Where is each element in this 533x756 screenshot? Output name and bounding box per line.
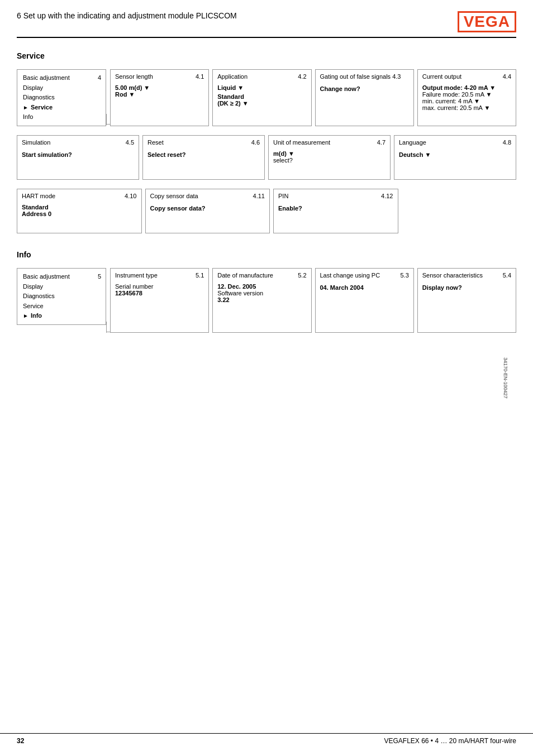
chapter-title: 6 Set up with the indicating and adjustm… — [17, 11, 237, 20]
box-5-2-label: Date of manufacture — [217, 272, 273, 279]
info-nav-info: ►Info — [23, 311, 100, 321]
info-nav-label-info: Info — [31, 311, 42, 321]
info-nav-number: 5 — [98, 272, 101, 282]
nav-item-service: ►Service — [23, 103, 100, 113]
product-name: VEGAFLEX 66 • 4 … 20 mA/HART four-wire — [384, 737, 516, 745]
service-row2-inner: Simulation 4.5 Start simulation? Reset 4… — [17, 135, 516, 180]
box-5-4: Sensor characteristics 5.4 Display now? — [417, 268, 516, 333]
box-4-5: Simulation 4.5 Start simulation? — [17, 135, 139, 180]
box-4-1-line1: 5.00 m(d) ▼ — [115, 84, 204, 91]
box-5-1-line2: 12345678 — [115, 290, 204, 296]
box-4-3-line1: Change now? — [320, 85, 409, 92]
service-nav-menu: 4 Basic adjustment Display Diagnostics ►… — [17, 69, 106, 126]
nav-item-info: Info — [23, 112, 100, 122]
nav-item-diagnostics: Diagnostics — [23, 93, 100, 103]
box-4-11-label: Copy sensor data — [150, 193, 198, 199]
box-5-2-line3: 3.22 — [217, 296, 306, 303]
box-4-12-number: 4.12 — [381, 193, 393, 199]
box-5-1: Instrument type 5.1 Serial number 123456… — [110, 268, 209, 333]
info-nav-label-display: Display — [23, 282, 43, 292]
box-4-12-content: Enable? — [278, 205, 393, 212]
box-5-3-line1: 04. March 2004 — [320, 284, 409, 291]
page-number: 32 — [17, 737, 24, 745]
box-4-11-number: 4.11 — [253, 193, 265, 199]
box-4-8-label: Language — [399, 139, 426, 146]
box-4-4-line2: Failure mode: 20.5 mA ▼ — [422, 91, 511, 98]
box-5-4-content: Display now? — [422, 284, 511, 291]
box-4-1-label: Sensor length — [115, 73, 153, 80]
box-4-8-content: Deutsch ▼ — [399, 151, 511, 158]
info-nav-label-diagnostics: Diagnostics — [23, 291, 55, 302]
box-5-3-number: 5.3 — [400, 272, 408, 279]
box-4-4-number: 4.4 — [503, 73, 511, 80]
box-4-7-line2: select? — [273, 157, 386, 164]
box-4-7-number: 4.7 — [377, 139, 386, 146]
box-4-10-number: 4.10 — [125, 193, 136, 199]
box-4-5-line1: Start simulation? — [22, 151, 134, 158]
info-nav-container: 5 Basic adjustment Display Diagnostics S… — [17, 268, 110, 333]
service-nav-container: 4 Basic adjustment Display Diagnostics ►… — [17, 69, 110, 126]
vega-logo: VEGA — [458, 11, 516, 32]
box-4-4: Current output 4.4 Output mode: 4-20 mA … — [417, 69, 516, 126]
box-4-2-number: 4.2 — [298, 73, 306, 80]
info-nav-label-service: Service — [23, 302, 44, 312]
box-5-2-number: 5.2 — [298, 272, 306, 279]
box-5-2-line2: Software version — [217, 290, 306, 296]
nav-item-display: Display — [23, 83, 100, 93]
box-4-5-label: Simulation — [22, 139, 50, 146]
box-4-12: PIN 4.12 Enable? — [273, 189, 398, 233]
box-4-11: Copy sensor data 4.11 Copy sensor data? — [145, 189, 270, 233]
box-4-10: HART mode 4.10 Standard Address 0 — [17, 189, 142, 233]
box-4-7-label: Unit of measurement — [273, 139, 330, 146]
box-4-10-label: HART mode — [22, 193, 55, 199]
box-4-6-number: 4.6 — [251, 139, 260, 146]
box-4-2-label: Application — [217, 73, 248, 80]
box-4-4-line3: min. current: 4 mA ▼ — [422, 98, 511, 104]
box-5-3-content: 04. March 2004 — [320, 284, 409, 291]
box-4-7-line1: m(d) ▼ — [273, 150, 386, 157]
page-header: 6 Set up with the indicating and adjustm… — [17, 11, 516, 38]
box-5-4-line1: Display now? — [422, 284, 511, 291]
page-footer: 32 VEGAFLEX 66 • 4 … 20 mA/HART four-wir… — [0, 733, 533, 745]
box-4-12-label: PIN — [278, 193, 288, 199]
box-4-6-line1: Select reset? — [147, 151, 260, 158]
info-nav-service: Service — [23, 302, 100, 312]
box-4-4-line1: Output mode: 4-20 mA ▼ — [422, 84, 511, 91]
nav-item-basic: Basic adjustment — [23, 73, 100, 83]
box-4-1-number: 4.1 — [196, 73, 204, 80]
document-code: 34170-EN-100427 — [503, 357, 508, 399]
box-4-4-label: Current output — [422, 73, 461, 80]
box-5-1-label: Instrument type — [115, 272, 158, 279]
nav-label-display: Display — [23, 83, 43, 93]
box-5-3-label: Last change using PC — [320, 272, 380, 279]
box-4-6-label: Reset — [147, 139, 164, 146]
box-4-12-line1: Enable? — [278, 205, 393, 212]
service-section: Service — [17, 51, 516, 60]
box-5-1-number: 5.1 — [196, 272, 204, 279]
box-4-1-line2: Rod ▼ — [115, 91, 204, 98]
box-5-1-content: Serial number 12345678 — [115, 283, 204, 296]
box-4-3: Gating out of false signals 4.3 Change n… — [315, 69, 414, 126]
box-5-2-line1: 12. Dec. 2005 — [217, 283, 306, 290]
service-row3: HART mode 4.10 Standard Address 0 Copy s… — [17, 189, 516, 233]
nav-label-diagnostics: Diagnostics — [23, 93, 55, 103]
box-4-7: Unit of measurement 4.7 m(d) ▼ select? — [268, 135, 391, 180]
info-nav-menu: 5 Basic adjustment Display Diagnostics S… — [17, 268, 106, 325]
info-nav-basic: Basic adjustment — [23, 272, 100, 282]
box-4-1: Sensor length 4.1 5.00 m(d) ▼ Rod ▼ — [110, 69, 209, 126]
box-4-6: Reset 4.6 Select reset? — [142, 135, 265, 180]
box-4-8: Language 4.8 Deutsch ▼ — [394, 135, 516, 180]
info-connector-v — [106, 322, 107, 333]
info-title: Info — [17, 250, 516, 259]
box-5-4-number: 5.4 — [503, 272, 511, 279]
box-4-11-content: Copy sensor data? — [150, 205, 265, 212]
box-5-1-line1: Serial number — [115, 283, 204, 290]
nav-label-basic: Basic adjustment — [23, 73, 70, 83]
nav-label-info: Info — [23, 112, 33, 122]
info-nav-display: Display — [23, 282, 100, 292]
nav-arrow-service: ► — [23, 103, 28, 112]
box-4-10-content: Standard Address 0 — [22, 204, 137, 217]
service-row1-boxes: Sensor length 4.1 5.00 m(d) ▼ Rod ▼ Appl… — [110, 69, 516, 126]
box-4-7-content: m(d) ▼ select? — [273, 150, 386, 164]
box-4-10-line1: Standard — [22, 204, 137, 210]
